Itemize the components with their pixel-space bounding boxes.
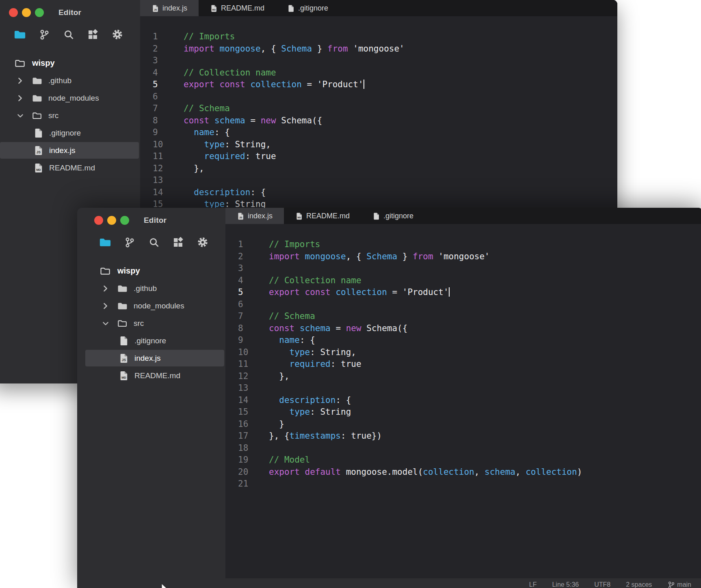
code-line[interactable]: 7// Schema xyxy=(140,103,617,115)
code-line[interactable]: 5export const collection = 'Product' xyxy=(225,286,701,299)
code-text: description: { xyxy=(269,394,351,407)
status-encoding[interactable]: UTF8 xyxy=(594,581,610,588)
code-line[interactable]: 7// Schema xyxy=(225,310,701,323)
code-line[interactable]: 13 xyxy=(140,174,617,187)
tab-readme-md[interactable]: README.md xyxy=(199,0,276,16)
tree-label: .github xyxy=(134,284,157,293)
chevron-down-icon[interactable] xyxy=(17,112,24,119)
tab-index-js[interactable]: index.js xyxy=(225,208,284,224)
code-line[interactable]: 4// Collection name xyxy=(225,275,701,287)
chevron-right-icon[interactable] xyxy=(102,302,109,310)
tree-item-github[interactable]: .github xyxy=(77,280,225,297)
window-titlebar[interactable]: Editor xyxy=(0,0,140,25)
tree-item-src[interactable]: src xyxy=(77,314,225,332)
zoom-button[interactable] xyxy=(120,216,129,225)
tree-item-gitignore[interactable]: .gitignore xyxy=(77,332,225,349)
code-line[interactable]: 8const schema = new Schema({ xyxy=(140,115,617,127)
code-line[interactable]: 9 name: { xyxy=(140,127,617,139)
minimize-button[interactable] xyxy=(107,216,116,225)
code-text: // Collection name xyxy=(184,67,276,79)
code-line[interactable]: 4// Collection name xyxy=(140,67,617,79)
git-branch-icon[interactable] xyxy=(38,28,50,41)
tab-readme-md[interactable]: README.md xyxy=(284,208,361,224)
gear-icon[interactable] xyxy=(197,236,209,248)
gear-icon[interactable] xyxy=(111,28,123,41)
tree-item-readme[interactable]: README.md xyxy=(77,367,225,384)
extensions-icon[interactable] xyxy=(172,236,184,248)
tree-root-wispy[interactable]: wispy xyxy=(77,262,225,280)
code-line[interactable]: 21 xyxy=(225,478,701,490)
tree-item-node-modules[interactable]: node_modules xyxy=(77,297,225,314)
code-line[interactable]: 11 required: true xyxy=(140,151,617,163)
status-git-branch[interactable]: main xyxy=(667,581,691,588)
chevron-right-icon[interactable] xyxy=(17,77,24,85)
code-line[interactable]: 13 xyxy=(225,382,701,394)
tree-item-index-js[interactable]: index.js xyxy=(0,142,140,159)
code-line[interactable]: 3 xyxy=(225,263,701,275)
code-line[interactable]: 14 description: { xyxy=(140,187,617,199)
tab-gitignore[interactable]: .gitignore xyxy=(361,208,425,224)
code-line[interactable]: 2import mongoose, { Schema } from 'mongo… xyxy=(225,251,701,263)
extensions-icon[interactable] xyxy=(87,28,99,41)
zoom-button[interactable] xyxy=(35,8,44,17)
code-line[interactable]: 15 type: String xyxy=(225,406,701,418)
minimize-button[interactable] xyxy=(22,8,31,17)
line-number: 11 xyxy=(238,358,269,370)
tab-label: .gitignore xyxy=(298,4,328,13)
code-line[interactable]: 6 xyxy=(140,91,617,103)
tab-gitignore[interactable]: .gitignore xyxy=(276,0,340,16)
code-line[interactable]: 3 xyxy=(140,55,617,67)
code-line[interactable]: 10 type: String, xyxy=(225,347,701,359)
search-icon[interactable] xyxy=(148,236,160,248)
file-icon xyxy=(287,4,294,12)
code-line[interactable]: 8const schema = new Schema({ xyxy=(225,323,701,335)
code-line[interactable]: 14 description: { xyxy=(225,394,701,407)
tab-index-js[interactable]: index.js xyxy=(140,0,199,16)
close-button[interactable] xyxy=(94,216,103,225)
code-editor[interactable]: 1// Imports2import mongoose, { Schema } … xyxy=(225,224,701,588)
close-button[interactable] xyxy=(9,8,18,17)
code-line[interactable]: 17}, {timestamps: true}) xyxy=(225,430,701,442)
code-line[interactable]: 6 xyxy=(225,299,701,311)
code-text: export default mongoose.model(collection… xyxy=(269,466,582,478)
code-line[interactable]: 18 xyxy=(225,442,701,454)
chevron-right-icon[interactable] xyxy=(17,94,24,102)
status-cursor-position[interactable]: Line 5:36 xyxy=(552,581,579,588)
chevron-right-icon[interactable] xyxy=(102,284,109,293)
code-line[interactable]: 9 name: { xyxy=(225,334,701,347)
code-line[interactable]: 1// Imports xyxy=(225,239,701,251)
git-branch-icon[interactable] xyxy=(123,236,136,248)
line-number: 15 xyxy=(238,406,269,418)
code-line[interactable]: 19// Model xyxy=(225,454,701,466)
search-icon[interactable] xyxy=(63,28,75,41)
window-titlebar[interactable]: Editor xyxy=(77,208,225,233)
code-text: }, xyxy=(184,163,204,175)
code-line[interactable]: 1// Imports xyxy=(140,31,617,43)
code-line[interactable]: 5export const collection = 'Product' xyxy=(140,79,617,91)
code-line[interactable]: 12 }, xyxy=(140,163,617,175)
tree-item-node-modules[interactable]: node_modules xyxy=(0,89,140,107)
tree-item-readme[interactable]: README.md xyxy=(0,159,140,177)
code-line[interactable]: 12 }, xyxy=(225,370,701,383)
md-file-icon xyxy=(33,163,43,173)
file-icon xyxy=(33,128,43,138)
tab-bar: index.js README.md .gitignore xyxy=(140,0,617,16)
tree-label: node_modules xyxy=(48,94,99,103)
tree-item-index-js[interactable]: index.js xyxy=(77,349,225,367)
tree-root-wispy[interactable]: wispy xyxy=(0,54,140,72)
files-icon[interactable] xyxy=(14,28,26,41)
code-line[interactable]: 2import mongoose, { Schema } from 'mongo… xyxy=(140,43,617,55)
line-number: 9 xyxy=(238,334,269,347)
code-line[interactable]: 16 } xyxy=(225,418,701,431)
tree-item-gitignore[interactable]: .gitignore xyxy=(0,124,140,142)
editor-window-front[interactable]: Editor wispy .github node_modules xyxy=(77,208,701,588)
chevron-down-icon[interactable] xyxy=(102,320,109,327)
status-eol[interactable]: LF xyxy=(529,581,537,588)
files-icon[interactable] xyxy=(99,236,111,248)
code-line[interactable]: 10 type: String, xyxy=(140,139,617,151)
tree-item-src[interactable]: src xyxy=(0,107,140,124)
code-line[interactable]: 20export default mongoose.model(collecti… xyxy=(225,466,701,478)
status-indentation[interactable]: 2 spaces xyxy=(626,581,652,588)
code-line[interactable]: 11 required: true xyxy=(225,358,701,370)
tree-item-github[interactable]: .github xyxy=(0,72,140,89)
